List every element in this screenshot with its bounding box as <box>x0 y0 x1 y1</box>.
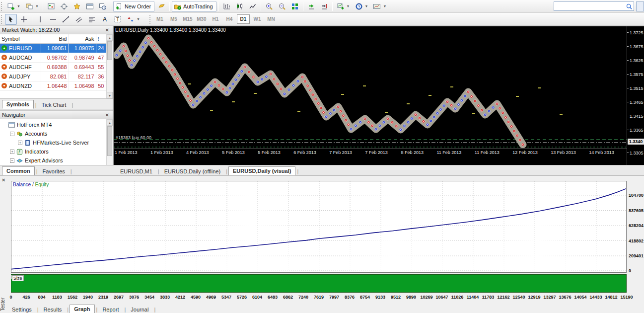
navigator-item-accounts[interactable]: −Accounts <box>0 129 113 138</box>
timeframe-m15-button[interactable]: M15 <box>181 14 194 24</box>
zoom-out-button[interactable] <box>276 1 288 12</box>
timeframe-w1-button[interactable]: W1 <box>251 14 264 24</box>
candlestick-chart-button[interactable] <box>234 1 246 12</box>
templates-button[interactable]: ▼ <box>371 1 388 12</box>
search-icon[interactable] <box>626 3 633 10</box>
scroll-down-icon[interactable]: ▼ <box>107 92 113 98</box>
column-header-spread[interactable]: ! <box>96 34 106 43</box>
timeframe-mn-button[interactable]: MN <box>265 14 278 24</box>
arrows-button[interactable]: ▼ <box>125 14 142 25</box>
column-header-symbol[interactable]: Symbol <box>0 34 41 43</box>
strategy-tester-toggle-button[interactable] <box>97 1 109 12</box>
chevron-down-icon[interactable]: ▼ <box>347 4 350 8</box>
expand-icon[interactable]: + <box>18 141 22 145</box>
table-row[interactable]: ▼AUDJPY82.08182.11736 <box>0 72 106 81</box>
auto-scroll-button[interactable] <box>305 1 317 12</box>
search-input[interactable] <box>556 3 626 9</box>
new-order-icon <box>115 2 123 10</box>
table-row[interactable]: ▼AUDNZD1.064481.0649850 <box>0 81 106 90</box>
navigator-item-hotforex-mt4[interactable]: HotForex MT4 <box>0 120 113 129</box>
data-window-toggle-button[interactable] <box>58 1 70 12</box>
navigator-item-indicators[interactable]: +fIndicators <box>0 147 113 156</box>
timeframe-m1-button[interactable]: M1 <box>153 14 166 24</box>
chevron-down-icon[interactable]: ▼ <box>383 4 386 8</box>
text-button[interactable]: A <box>99 14 111 25</box>
chart-window[interactable]: EURUSD,Daily 1.33400 1.33400 1.33400 1.3… <box>113 26 644 165</box>
price-tick-label: 1.3675 <box>630 44 644 49</box>
tester-close-icon[interactable]: ✕ <box>1 177 5 183</box>
trendline-button[interactable] <box>60 14 72 25</box>
zoom-in-button[interactable] <box>263 1 275 12</box>
chart-plot-area[interactable]: EURUSD,Daily 1.33400 1.33400 1.33400 1.3… <box>114 26 627 156</box>
indicators-button[interactable]: ▼ <box>335 1 352 12</box>
navigator-toggle-button[interactable] <box>71 1 83 12</box>
date-tick-label: 6 Feb 2013 <box>293 150 316 155</box>
tester-tab-graph[interactable]: Graph <box>70 305 94 313</box>
tile-windows-button[interactable] <box>289 1 301 12</box>
column-header-bid[interactable]: Bid <box>41 34 69 43</box>
scroll-thumb[interactable] <box>107 41 112 60</box>
timeframe-h4-button[interactable]: H4 <box>223 14 236 24</box>
new-order-button[interactable]: New Order <box>113 1 154 12</box>
bar-chart-button[interactable] <box>221 1 233 12</box>
toolbar-grip[interactable] <box>1 15 3 24</box>
date-tick-label: 1 Feb 2013 <box>150 150 173 155</box>
scroll-thumb[interactable] <box>107 126 112 156</box>
navigator-tab-common[interactable]: Common <box>2 166 35 175</box>
metaeditor-button[interactable] <box>155 1 167 12</box>
tester-tab-results[interactable]: Results <box>40 306 66 313</box>
line-chart-button[interactable] <box>247 1 259 12</box>
chart-tab-eurusd-m1[interactable]: EURUSD,M1 <box>116 167 156 175</box>
table-row[interactable]: ▲EURUSD1.090511.0907524 <box>0 43 106 53</box>
navigator-tab-favorites[interactable]: Favorites <box>39 167 69 175</box>
terminal-toggle-button[interactable] <box>84 1 96 12</box>
table-row[interactable]: ▼AUDCHF0.693880.6944355 <box>0 62 106 72</box>
collapse-icon[interactable]: − <box>10 132 14 136</box>
horizontal-line-button[interactable] <box>47 14 59 25</box>
timeframe-m30-button[interactable]: M30 <box>195 14 208 24</box>
fibonacci-retracement-button[interactable] <box>86 14 98 25</box>
new-chart-button[interactable]: ▼ <box>5 1 22 12</box>
close-icon[interactable]: ✕ <box>104 27 111 33</box>
tester-x-tick-label: 3454 <box>144 295 154 300</box>
equidistant-channel-button[interactable] <box>73 14 85 25</box>
timeframe-h1-button[interactable]: H1 <box>209 14 222 24</box>
scroll-up-icon[interactable]: ▲ <box>107 34 113 41</box>
market-watch-toggle-button[interactable] <box>45 1 57 12</box>
toolbar-grip[interactable] <box>149 15 152 24</box>
scroll-up-icon[interactable]: ▲ <box>107 119 113 126</box>
timeframe-m5-button[interactable]: M5 <box>167 14 180 24</box>
cursor-button[interactable] <box>5 14 17 25</box>
periods-button[interactable]: ▼ <box>353 1 370 12</box>
expand-icon[interactable]: + <box>10 150 14 154</box>
profiles-button[interactable]: ▼ <box>23 1 41 12</box>
chart-shift-button[interactable] <box>318 1 330 12</box>
text-label-button[interactable]: T <box>112 14 124 25</box>
clipped-toolbar-button[interactable] <box>636 1 644 11</box>
toolbar-grip[interactable] <box>1 2 3 11</box>
tester-tab-report[interactable]: Report <box>98 306 123 313</box>
timeframe-d1-button[interactable]: D1 <box>237 14 250 24</box>
market-watch-tab-symbols[interactable]: Symbols <box>2 100 34 109</box>
crosshair-button[interactable] <box>18 14 30 25</box>
chart-tab-eurusd-daily-offline-[interactable]: EURUSD,Daily (offline) <box>160 167 225 175</box>
navigator-item-hfmarkets-live-server[interactable]: +HFMarkets-Live Server <box>0 138 113 147</box>
tester-tab-settings[interactable]: Settings <box>8 306 36 313</box>
tester-tab-journal[interactable]: Journal <box>127 306 152 313</box>
vertical-line-button[interactable] <box>34 14 46 25</box>
chevron-down-icon[interactable]: ▼ <box>365 4 368 8</box>
chevron-down-icon[interactable]: ▼ <box>35 4 39 8</box>
autotrading-button[interactable]: AutoTrading <box>172 1 216 12</box>
chart-date-axis: 1 Feb 20131 Feb 20134 Feb 20135 Feb 2013… <box>114 148 627 156</box>
table-row[interactable]: ▼AUDCAD0.987020.9874947 <box>0 53 106 62</box>
tab-divider: | <box>296 167 299 175</box>
collapse-icon[interactable]: − <box>10 158 14 163</box>
market-watch-tab-tick-chart[interactable]: Tick Chart <box>38 101 71 109</box>
chart-tab-eurusd-daily-visual-[interactable]: EURUSD,Daily (visual) <box>228 166 295 175</box>
column-header-ask[interactable]: Ask <box>69 34 96 43</box>
market-watch-scrollbar[interactable]: ▲ ▼ <box>106 34 113 98</box>
close-icon[interactable]: ✕ <box>104 112 111 118</box>
chevron-down-icon[interactable]: ▼ <box>17 4 20 8</box>
chevron-down-icon[interactable]: ▼ <box>137 17 140 21</box>
navigator-item-expert-advisors[interactable]: −Expert Advisors <box>0 156 113 165</box>
